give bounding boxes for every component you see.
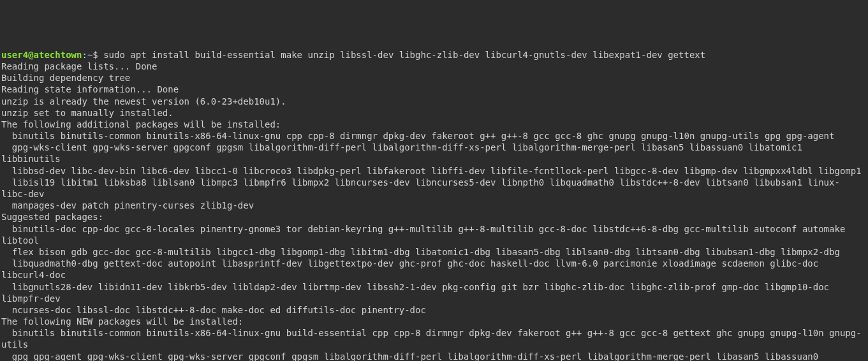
output-line: ncurses-doc libssl-doc libstdc++-8-doc m… xyxy=(1,304,867,316)
terminal-content[interactable]: user4@atechtown:~$ sudo apt install buil… xyxy=(1,49,867,361)
output-line: gpg gpg-agent gpg-wks-client gpg-wks-ser… xyxy=(1,351,867,361)
output-line: libbsd-dev libc-dev-bin libc6-dev libcc1… xyxy=(1,165,867,177)
output-line: binutils binutils-common binutils-x86-64… xyxy=(1,327,867,350)
output-line: Building dependency tree xyxy=(1,72,867,84)
output-line: manpages-dev patch pinentry-curses zlib1… xyxy=(1,200,867,211)
output-line: The following additional packages will b… xyxy=(1,119,867,130)
output-line: binutils binutils-common binutils-x86-64… xyxy=(1,130,867,142)
command-text: sudo apt install build-essential make un… xyxy=(103,50,705,60)
output-line: The following NEW packages will be insta… xyxy=(1,316,867,327)
output-line: libquadmath0-dbg gettext-doc autopoint l… xyxy=(1,258,867,281)
output-line: binutils-doc cpp-doc gcc-8-locales pinen… xyxy=(1,223,867,246)
output-line: Reading state information... Done xyxy=(1,84,867,95)
output-line: Reading package lists... Done xyxy=(1,61,867,72)
output-line: unzip set to manually installed. xyxy=(1,107,867,119)
output-line: libgnutls28-dev libidn11-dev libkrb5-dev… xyxy=(1,281,867,304)
command-line: user4@atechtown:~$ sudo apt install buil… xyxy=(1,49,867,61)
prompt-user: user4@atechtown xyxy=(1,50,82,60)
output-line: flex bison gdb gcc-doc gcc-8-multilib li… xyxy=(1,246,867,258)
output-line: Suggested packages: xyxy=(1,211,867,223)
output-line: gpg-wks-client gpg-wks-server gpgconf gp… xyxy=(1,142,867,165)
output-line: libisl19 libitm1 libksba8 liblsan0 libmp… xyxy=(1,177,867,200)
output-line: unzip is already the newest version (6.0… xyxy=(1,96,867,107)
prompt-dollar: $ xyxy=(92,50,103,60)
prompt-colon: : xyxy=(82,50,87,60)
